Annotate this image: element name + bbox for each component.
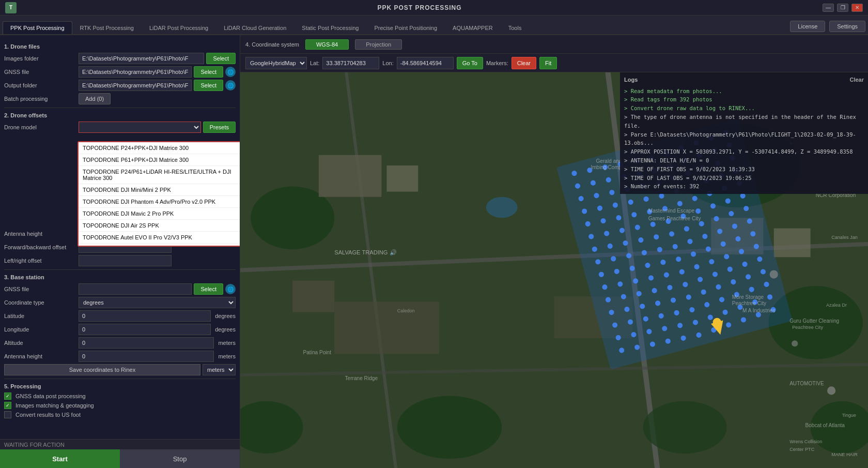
drone-option-2[interactable]: TOPODRONE P24/P61+LiDAR HI-RES/LITE/ULTR… bbox=[79, 166, 240, 184]
settings-button[interactable]: Settings bbox=[829, 21, 865, 32]
gnss-data-row: ✓ GNSS data post processing bbox=[4, 392, 236, 400]
svg-text:SALVAGE TRADING 🔊: SALVAGE TRADING 🔊 bbox=[334, 249, 396, 256]
drone-option-6[interactable]: TOPODRONE DJI Air 2S PPK bbox=[79, 220, 240, 232]
app-logo: T bbox=[5, 2, 17, 13]
tab-static-post-processing[interactable]: Static Post Processing bbox=[294, 21, 366, 34]
svg-text:Center PTC: Center PTC bbox=[789, 447, 815, 452]
svg-point-214 bbox=[770, 270, 778, 279]
output-folder-globe-icon[interactable]: 🌐 bbox=[225, 80, 236, 90]
svg-rect-15 bbox=[292, 281, 334, 312]
latitude-label: Latitude bbox=[4, 313, 76, 319]
base-gnss-select-button[interactable]: Select bbox=[194, 283, 223, 295]
log-entry-2: > Convert drone raw data log to RINEX... bbox=[624, 104, 864, 113]
restore-btn[interactable]: ❐ bbox=[837, 4, 848, 12]
logs-title-text: Logs bbox=[624, 76, 638, 85]
convert-us-foot-checkbox[interactable] bbox=[4, 411, 11, 418]
unit-select[interactable]: meters feet bbox=[203, 364, 236, 375]
images-folder-row: Images folder Select bbox=[4, 53, 236, 64]
svg-text:Mastermind Escape: Mastermind Escape bbox=[648, 208, 695, 214]
drone-option-5[interactable]: TOPODRONE DJI Mavic 2 Pro PPK bbox=[79, 208, 240, 220]
clear-markers-button[interactable]: Clear bbox=[512, 57, 536, 69]
svg-rect-17 bbox=[774, 229, 811, 258]
longitude-label: Longitude bbox=[4, 326, 76, 333]
images-matching-label: Images matching & geotagging bbox=[16, 402, 94, 409]
lon-input[interactable] bbox=[397, 57, 454, 69]
goto-button[interactable]: Go To bbox=[457, 57, 483, 69]
wgs84-button[interactable]: WGS-84 bbox=[305, 39, 349, 50]
latitude-input[interactable] bbox=[79, 310, 211, 322]
left-right-input[interactable] bbox=[79, 255, 172, 266]
svg-text:Azalea Dr: Azalea Dr bbox=[826, 303, 847, 308]
window-title: PPK POST PROCESSING bbox=[377, 4, 461, 11]
output-folder-input[interactable] bbox=[79, 80, 192, 91]
close-btn[interactable]: ✕ bbox=[851, 4, 863, 12]
tab-lidar-cloud-generation[interactable]: LiDAR Cloud Generation bbox=[216, 21, 294, 34]
svg-text:Tingue: Tingue bbox=[842, 413, 856, 418]
drone-model-select[interactable] bbox=[79, 122, 201, 133]
tab-bar: PPK Post Processing RTK Post Processing … bbox=[0, 16, 868, 35]
svg-text:Peachtree City: Peachtree City bbox=[732, 300, 767, 306]
gnss-file-row: GNSS file Select 🌐 bbox=[4, 66, 236, 78]
base-gnss-file-input[interactable] bbox=[79, 283, 192, 295]
svg-text:Guru Gutter Cleaning: Guru Gutter Cleaning bbox=[789, 318, 839, 324]
minimize-btn[interactable]: — bbox=[823, 4, 834, 12]
tab-rtk-post-processing[interactable]: RTK Post Processing bbox=[72, 21, 142, 34]
longitude-unit: degrees bbox=[215, 326, 236, 333]
markers-label: Markers: bbox=[486, 60, 508, 66]
output-folder-select-button[interactable]: Select bbox=[194, 80, 223, 91]
map-layer-select[interactable]: GoogleHybridMap OpenStreetMap GoogleMap … bbox=[245, 57, 307, 69]
tab-lidar-post-processing[interactable]: LiDAR Post Processing bbox=[142, 21, 216, 34]
svg-point-217 bbox=[792, 340, 798, 346]
longitude-input[interactable] bbox=[79, 324, 211, 335]
batch-processing-label: Batch processing bbox=[4, 96, 76, 102]
altitude-label: Altitude bbox=[4, 340, 76, 346]
coord-system-label: 4. Coordinate system bbox=[245, 41, 299, 48]
images-folder-input[interactable] bbox=[79, 53, 204, 64]
convert-us-foot-row: Convert results to US foot bbox=[4, 411, 236, 418]
images-folder-select-button[interactable]: Select bbox=[206, 53, 236, 64]
drone-option-8[interactable]: TOPODRONE X4S PPK+DJI Matrice 200 V2/200 bbox=[79, 244, 240, 246]
batch-add-button[interactable]: Add (0) bbox=[79, 93, 111, 104]
svg-point-20 bbox=[486, 197, 518, 218]
svg-text:Caledon: Caledon bbox=[397, 308, 415, 313]
map-area[interactable]: SALVAGE TRADING 🔊 Patina Point Terrane R… bbox=[240, 72, 868, 468]
gnss-file-select-button[interactable]: Select bbox=[194, 66, 223, 78]
lat-input[interactable] bbox=[322, 57, 379, 69]
base-gnss-globe-icon[interactable]: 🌐 bbox=[225, 284, 236, 294]
gnss-file-input[interactable] bbox=[79, 66, 192, 78]
drone-option-3[interactable]: TOPODRONE DJI Mini/Mini 2 PPK bbox=[79, 184, 240, 196]
drone-option-0[interactable]: TOPODRONE P24+PPK+DJI Matrice 300 bbox=[79, 142, 240, 154]
svg-text:M A Industries: M A Industries bbox=[742, 308, 776, 313]
fit-button[interactable]: Fit bbox=[539, 57, 557, 69]
base-antenna-height-input[interactable] bbox=[79, 351, 214, 362]
presets-button[interactable]: Presets bbox=[203, 122, 236, 133]
logs-clear-btn[interactable]: Clear bbox=[849, 76, 864, 85]
tab-tools[interactable]: Tools bbox=[501, 21, 530, 34]
gnss-file-globe-icon[interactable]: 🌐 bbox=[225, 67, 236, 77]
drone-dropdown-list: TOPODRONE P24+PPK+DJI Matrice 300 TOPODR… bbox=[79, 142, 240, 246]
images-matching-checkbox[interactable]: ✓ bbox=[4, 402, 11, 409]
drone-offsets-section-title: 2. Drone offsets bbox=[4, 112, 236, 118]
save-coords-button[interactable]: Save coordinates to Rinex bbox=[4, 364, 200, 375]
gnss-data-checkbox[interactable]: ✓ bbox=[4, 392, 11, 400]
altitude-input[interactable] bbox=[79, 337, 214, 349]
license-button[interactable]: License bbox=[790, 21, 825, 32]
svg-point-11 bbox=[643, 401, 727, 454]
stop-button[interactable]: Stop bbox=[120, 449, 240, 468]
coordinate-type-select[interactable]: degrees dms utm bbox=[79, 297, 236, 308]
gnss-data-label: GNSS data post processing bbox=[16, 393, 86, 399]
log-entry-0: > Read metadata from photos... bbox=[624, 87, 864, 96]
tab-ppk-post-processing[interactable]: PPK Post Processing bbox=[3, 21, 72, 34]
svg-text:More Storage: More Storage bbox=[732, 294, 764, 300]
drone-files-section-title: 1. Drone files bbox=[4, 43, 236, 50]
projection-button[interactable]: Projection bbox=[355, 39, 402, 50]
start-button[interactable]: Start bbox=[0, 449, 120, 468]
svg-text:MANE HAIR: MANE HAIR bbox=[831, 452, 858, 457]
svg-rect-18 bbox=[334, 301, 439, 354]
tab-precise-point-positioning[interactable]: Precise Point Positioning bbox=[366, 21, 445, 34]
base-antenna-height-label: Antenna height bbox=[4, 353, 76, 359]
drone-option-7[interactable]: TOPODRONE Autel EVO II Pro V2/V3 PPK bbox=[79, 232, 240, 244]
tab-aquamapper[interactable]: AQUAMAPPER bbox=[445, 21, 501, 34]
drone-option-1[interactable]: TOPODRONE P61+PPK+DJI Matrice 300 bbox=[79, 154, 240, 166]
drone-option-4[interactable]: TOPODRONE DJI Phantom 4 Adv/Pro/Pro v2.0… bbox=[79, 196, 240, 208]
